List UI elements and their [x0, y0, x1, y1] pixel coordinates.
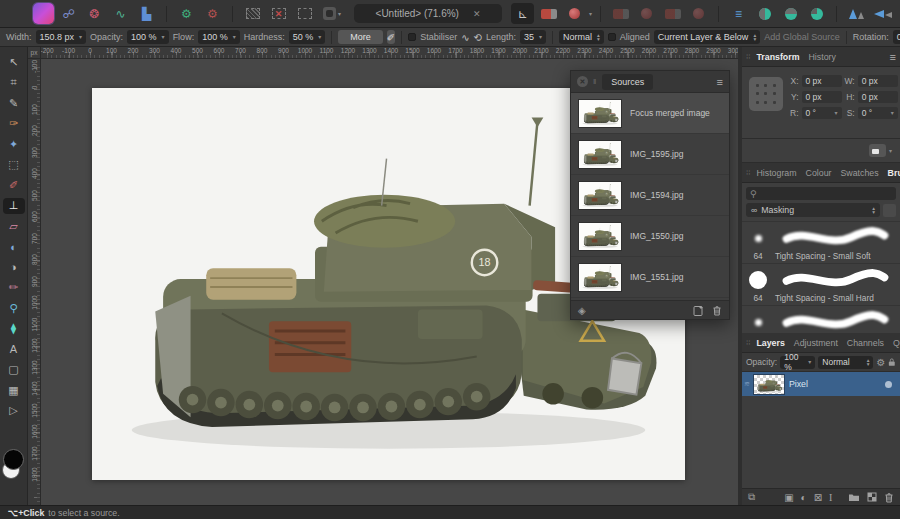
source-item[interactable]: IMG_1550.jpg	[571, 216, 729, 257]
tab-quick-fx[interactable]: Quick FX	[889, 336, 900, 350]
source-target-select[interactable]: Current Layer & Below▴▾	[654, 30, 760, 44]
transform-origin-button[interactable]	[869, 144, 886, 157]
panel-drag-handle[interactable]: ⁞⁞	[746, 52, 750, 61]
brush-search-input[interactable]: ⚲	[746, 187, 896, 200]
export-persona-icon[interactable]: ▙	[135, 3, 158, 24]
panel-drag-handle[interactable]: ⁞⁞	[746, 168, 750, 177]
tab-histogram[interactable]: Histogram	[752, 166, 800, 180]
w-field[interactable]: 0 px	[858, 75, 898, 87]
layer-effects-icon[interactable]: I	[829, 492, 832, 503]
delete-layer-icon[interactable]	[884, 492, 894, 503]
more-button[interactable]: More	[338, 30, 383, 44]
liquify-persona-icon[interactable]: ☍	[57, 3, 80, 24]
adjustment-layer-icon[interactable]: ◐	[801, 492, 807, 503]
colour-selector[interactable]	[2, 449, 26, 479]
deselect-button[interactable]: ✕	[267, 3, 290, 24]
layer-thumbnail[interactable]	[754, 375, 784, 394]
colour-replacement-brush-tool[interactable]: ✑	[3, 116, 25, 132]
h-field[interactable]: 0 px	[858, 91, 898, 103]
text-tool[interactable]: A	[3, 341, 25, 357]
node-tool[interactable]: ▷	[3, 403, 25, 419]
tab-brushes[interactable]: Brushes	[884, 166, 900, 180]
document-close-icon[interactable]: ✕	[473, 9, 481, 19]
live-filter-icon[interactable]: ⊠	[814, 492, 822, 503]
brush-item[interactable]: 64 Tight Spacing - Small Hard	[742, 263, 900, 305]
source-item[interactable]: Focus merged image	[571, 93, 729, 134]
tab-layers[interactable]: Layers	[752, 336, 788, 350]
snapping-toggle-button[interactable]: ⊾	[511, 3, 534, 24]
crop-tool[interactable]: ⌗	[3, 75, 25, 91]
shape-tool[interactable]: ▢	[3, 362, 25, 378]
invert-selection-button[interactable]	[293, 3, 316, 24]
tab-transform[interactable]: Transform	[752, 50, 803, 64]
brush-category-select[interactable]: ∞ Masking ▴▾	[746, 203, 880, 217]
move-tool[interactable]: ↖	[3, 54, 25, 70]
paint-brush-tool[interactable]: ✐	[3, 177, 25, 193]
develop-persona-icon[interactable]: ❂	[83, 3, 106, 24]
pixel-pencil-tool[interactable]: ✏	[3, 280, 25, 296]
brush-item[interactable]: 64 Tight Spacing - Small Soft	[742, 221, 900, 263]
layer-blend-mode-select[interactable]: Normal▴▾	[818, 356, 873, 369]
flip-vertical-button[interactable]	[871, 3, 894, 24]
tab-adjustment[interactable]: Adjustment	[790, 336, 842, 350]
opacity-field[interactable]: 100 %▾	[127, 30, 169, 44]
source-item[interactable]: IMG_1594.jpg	[571, 175, 729, 216]
window-stabiliser-icon[interactable]: ⟲	[474, 30, 482, 44]
panel-drag-handle[interactable]: ‖	[593, 77, 597, 86]
tab-colour[interactable]: Colour	[802, 166, 836, 180]
boolean-subtract-button[interactable]	[779, 3, 802, 24]
develop-settings-icon[interactable]: ⚙	[201, 3, 224, 24]
sources-panel-header[interactable]: ✕ ‖ Sources ≡	[571, 71, 729, 93]
duplicate-layer-icon[interactable]: ⧉	[748, 491, 755, 503]
rotation-field[interactable]: 0 °▾	[893, 30, 900, 44]
alignment-button[interactable]: ≡	[727, 3, 750, 24]
flood-select-tool[interactable]: ✦	[3, 136, 25, 152]
chevron-down-icon[interactable]: ▾	[889, 148, 892, 154]
preview-mode-button[interactable]	[563, 3, 586, 24]
layer-opacity-field[interactable]: 100 %▾	[780, 356, 815, 369]
panel-menu-icon[interactable]: ≡	[717, 76, 723, 88]
burn-brush-tool[interactable]: ◑	[3, 259, 25, 275]
dodge-brush-tool[interactable]: ◐	[3, 239, 25, 255]
new-source-icon[interactable]	[693, 305, 704, 316]
brush-item[interactable]	[742, 305, 900, 333]
tone-mapping-persona-icon[interactable]: ∿	[109, 3, 132, 24]
select-all-button[interactable]	[241, 3, 264, 24]
flip-horizontal-button[interactable]	[845, 3, 868, 24]
layer-visibility-toggle[interactable]	[885, 381, 892, 388]
mask-layer-icon[interactable]: ▣	[784, 492, 793, 503]
colour-format-button[interactable]	[537, 3, 560, 24]
shear-field[interactable]: 0 °▾	[858, 107, 898, 119]
selection-brush-tool[interactable]: ✎	[3, 95, 25, 111]
boolean-add-button[interactable]	[753, 3, 776, 24]
rope-stabiliser-icon[interactable]: ∿	[461, 30, 469, 44]
new-pixel-layer-icon[interactable]	[867, 492, 877, 502]
hardness-field[interactable]: 50 %▾	[289, 30, 326, 44]
gear-icon[interactable]: ⚙	[876, 357, 885, 368]
source-item[interactable]: IMG_1551.jpg	[571, 257, 729, 298]
clone-brush-tool[interactable]: ⊥	[3, 198, 25, 214]
blend-mode-select[interactable]: Normal▴▾	[559, 30, 604, 44]
chevron-down-icon[interactable]: ▾	[589, 11, 592, 17]
layer-drag-handle[interactable]: ≋	[744, 380, 749, 388]
show-source-overlay-icon[interactable]: ◈	[578, 305, 586, 316]
boolean-intersect-button[interactable]	[805, 3, 828, 24]
erase-brush-tool[interactable]: ▱	[3, 218, 25, 234]
anchor-point-selector[interactable]	[749, 77, 783, 111]
document-tab[interactable]: <Untitled> (71.6%) ✕	[354, 4, 502, 23]
stabiliser-checkbox[interactable]	[408, 33, 416, 41]
assistant-button[interactable]: ▾	[323, 7, 341, 20]
ruler-horizontal[interactable]: -200-10001002003004005006007008009001000…	[41, 47, 738, 59]
photo-persona-icon[interactable]	[33, 3, 54, 24]
layer-row[interactable]: ≋ Pixel	[742, 372, 900, 396]
length-field[interactable]: 35▾	[520, 30, 546, 44]
tab-swatches[interactable]: Swatches	[836, 166, 882, 180]
marquee-select-tool[interactable]: ⬚	[3, 157, 25, 173]
brush-editor-icon[interactable]: ✐	[387, 30, 395, 44]
aligned-checkbox[interactable]	[608, 33, 616, 41]
foreground-colour-swatch[interactable]	[3, 449, 24, 470]
blemish-removal-tool[interactable]: ⚲	[3, 300, 25, 316]
auto-settings-icon[interactable]: ⚙	[175, 3, 198, 24]
tab-channels[interactable]: Channels	[843, 336, 888, 350]
panel-close-icon[interactable]: ✕	[577, 76, 588, 87]
